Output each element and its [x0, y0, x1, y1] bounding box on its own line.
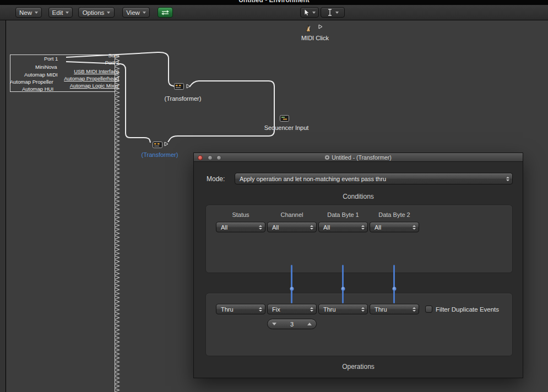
mode-select[interactable]: Apply operation and let non-matching eve… [235, 173, 513, 184]
port-label-usb-midi-interface[interactable]: USB MIDI Interface [64, 68, 119, 74]
output-port-icon[interactable] [186, 84, 191, 89]
popup-arrows-icon [413, 307, 416, 312]
dropdown-arrow-icon [66, 12, 69, 14]
condition-cable-data-byte-1 [342, 265, 344, 303]
operation-select-channel[interactable]: Fix [267, 304, 317, 314]
popup-arrows-icon [310, 225, 313, 230]
window-title-bar[interactable]: Untitled - Environment [0, 0, 548, 5]
operation-status-value: Thru [221, 306, 234, 313]
text-tool-button[interactable] [321, 7, 345, 18]
operation-select-status[interactable]: Thru [216, 304, 265, 314]
popup-arrows-icon [259, 307, 262, 312]
operation-select-data-byte-1[interactable]: Thru [318, 304, 368, 314]
dropdown-arrow-icon [312, 12, 316, 14]
physical-input-ports[interactable] [113, 55, 121, 392]
condition-cable-channel [291, 265, 292, 303]
left-edge-strip [0, 5, 6, 392]
dialog-title: Untitled - (Transformer) [332, 154, 392, 161]
popup-arrows-icon [506, 177, 509, 181]
cable-knot [341, 287, 345, 291]
menu-view-label: View [126, 9, 140, 16]
window-title: Untitled - Environment [0, 0, 548, 4]
operations-panel: Thru Fix Thru Thru Filter Duplicate Even… [205, 293, 513, 356]
popup-arrows-icon [259, 225, 262, 230]
filter-duplicate-events-label: Filter Duplicate Events [436, 306, 499, 313]
mode-label: Mode: [207, 175, 225, 183]
output-port-icon[interactable] [164, 141, 169, 146]
menu-edit-label: Edit [52, 9, 63, 16]
cable-patch-button[interactable] [158, 7, 173, 18]
condition-select-data-byte-2[interactable]: All [370, 222, 419, 232]
filter-duplicate-events-checkbox[interactable] [425, 306, 432, 313]
transformer2-icon[interactable] [153, 141, 162, 148]
pointer-tool-button[interactable] [300, 7, 319, 18]
menu-new-label: New [19, 9, 32, 16]
ibeam-cursor-icon [327, 9, 333, 16]
condition-data-byte-1-value: All [323, 224, 330, 231]
cable-knot [290, 287, 294, 291]
cable-knot [392, 287, 396, 291]
condition-status-value: All [221, 224, 227, 231]
condition-cable-data-byte-2 [393, 265, 395, 303]
fix-value-stepper[interactable]: 3 [267, 319, 317, 329]
operation-select-data-byte-2[interactable]: Thru [370, 304, 419, 314]
minimize-button[interactable] [208, 155, 213, 160]
dropdown-arrow-icon [107, 12, 110, 14]
port-label-mininova[interactable]: MiniNova [35, 64, 64, 70]
operation-data-byte-2-value: Thru [375, 306, 387, 313]
condition-select-status[interactable]: All [216, 222, 265, 232]
menu-options-button[interactable]: Options [78, 7, 115, 18]
popup-arrows-icon [361, 307, 365, 312]
popup-arrows-icon [413, 225, 416, 230]
close-button[interactable] [198, 155, 203, 160]
operation-channel-value: Fix [272, 306, 280, 313]
gear-icon [325, 155, 329, 160]
conditions-title: Conditions [194, 193, 523, 200]
menu-edit-button[interactable]: Edit [48, 7, 73, 18]
column-header-channel: Channel [267, 211, 317, 218]
dropdown-arrow-icon [35, 12, 38, 14]
fix-value: 3 [290, 321, 294, 328]
environment-window: Untitled - Environment New Edit Options … [0, 0, 548, 392]
operations-title: Operations [194, 363, 523, 371]
conditions-panel: Status Channel Data Byte 1 Data Byte 2 A… [205, 205, 513, 273]
mode-value: Apply operation and let non-matching eve… [240, 176, 386, 182]
menu-options-label: Options [83, 9, 105, 16]
port-label-automap-hui[interactable]: Automap HUI [22, 86, 62, 92]
menu-bar: New Edit Options View [0, 5, 548, 20]
pointer-cursor-icon [304, 9, 310, 16]
popup-arrows-icon [310, 307, 313, 312]
port-label-automap-logic-mixer[interactable]: Automap Logic Mixer [56, 83, 119, 89]
stepper-down-icon[interactable] [272, 323, 276, 325]
condition-data-byte-2-value: All [375, 224, 381, 231]
column-header-data-byte-2: Data Byte 2 [370, 211, 419, 218]
stepper-up-icon[interactable] [307, 323, 312, 325]
port-label-port1[interactable]: Port 1 [44, 56, 66, 62]
port-label-port2[interactable]: Port 2 [98, 59, 119, 66]
patch-cables-icon [161, 10, 170, 15]
operation-data-byte-1-value: Thru [323, 306, 336, 313]
dropdown-arrow-icon [143, 12, 146, 14]
dropdown-arrow-icon [335, 12, 339, 14]
zoom-button[interactable] [216, 155, 221, 160]
column-header-data-byte-1: Data Byte 1 [318, 211, 368, 218]
popup-arrows-icon [361, 225, 365, 230]
transformer-dialog: Untitled - (Transformer) Mode: Apply ope… [193, 153, 523, 378]
transformer1-icon[interactable] [174, 83, 184, 90]
condition-select-data-byte-1[interactable]: All [318, 222, 368, 232]
menu-new-button[interactable]: New [15, 7, 42, 18]
column-header-status: Status [216, 211, 265, 218]
sequencer-input-icon[interactable] [280, 115, 289, 122]
condition-channel-value: All [272, 224, 279, 231]
condition-select-channel[interactable]: All [267, 222, 317, 232]
menu-view-button[interactable]: View [122, 7, 150, 18]
cable-transformer1-to-transformer2 [168, 81, 274, 142]
dialog-title-bar[interactable]: Untitled - (Transformer) [194, 153, 523, 162]
port-label-sum[interactable]: Sum [94, 52, 119, 58]
